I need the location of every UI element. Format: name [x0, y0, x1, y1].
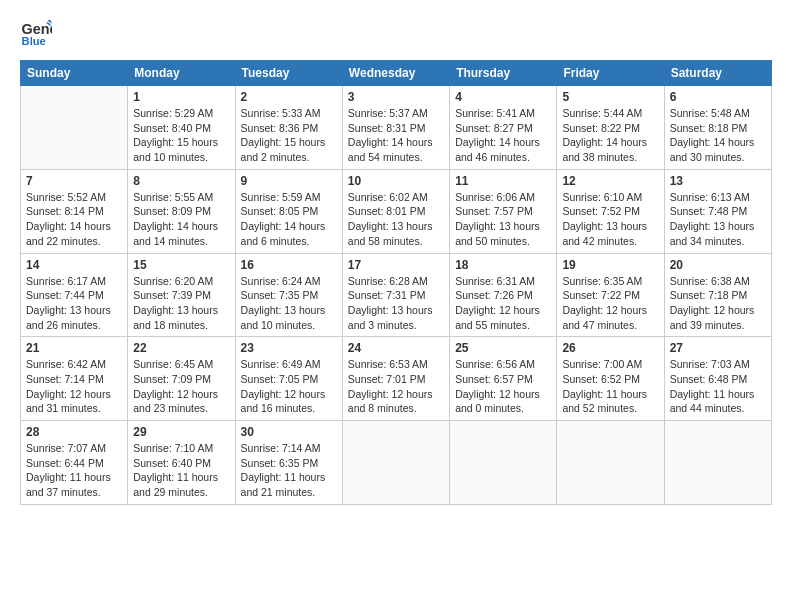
day-info: Sunrise: 5:29 AMSunset: 8:40 PMDaylight:… [133, 106, 229, 165]
calendar-cell: 5Sunrise: 5:44 AMSunset: 8:22 PMDaylight… [557, 86, 664, 170]
calendar-cell: 2Sunrise: 5:33 AMSunset: 8:36 PMDaylight… [235, 86, 342, 170]
header: General Blue [20, 16, 772, 48]
calendar-cell: 22Sunrise: 6:45 AMSunset: 7:09 PMDayligh… [128, 337, 235, 421]
calendar-cell: 27Sunrise: 7:03 AMSunset: 6:48 PMDayligh… [664, 337, 771, 421]
day-info: Sunrise: 5:41 AMSunset: 8:27 PMDaylight:… [455, 106, 551, 165]
day-info: Sunrise: 7:10 AMSunset: 6:40 PMDaylight:… [133, 441, 229, 500]
day-number: 8 [133, 174, 229, 188]
day-number: 5 [562, 90, 658, 104]
day-number: 3 [348, 90, 444, 104]
calendar-cell: 21Sunrise: 6:42 AMSunset: 7:14 PMDayligh… [21, 337, 128, 421]
day-number: 20 [670, 258, 766, 272]
day-number: 19 [562, 258, 658, 272]
calendar-cell: 8Sunrise: 5:55 AMSunset: 8:09 PMDaylight… [128, 169, 235, 253]
svg-text:Blue: Blue [22, 35, 46, 47]
day-number: 21 [26, 341, 122, 355]
day-info: Sunrise: 5:48 AMSunset: 8:18 PMDaylight:… [670, 106, 766, 165]
week-row-1: 7Sunrise: 5:52 AMSunset: 8:14 PMDaylight… [21, 169, 772, 253]
day-info: Sunrise: 6:42 AMSunset: 7:14 PMDaylight:… [26, 357, 122, 416]
calendar-cell: 9Sunrise: 5:59 AMSunset: 8:05 PMDaylight… [235, 169, 342, 253]
calendar-cell: 4Sunrise: 5:41 AMSunset: 8:27 PMDaylight… [450, 86, 557, 170]
weekday-header-tuesday: Tuesday [235, 61, 342, 86]
day-number: 24 [348, 341, 444, 355]
calendar-cell: 30Sunrise: 7:14 AMSunset: 6:35 PMDayligh… [235, 421, 342, 505]
calendar-cell: 15Sunrise: 6:20 AMSunset: 7:39 PMDayligh… [128, 253, 235, 337]
calendar-cell [557, 421, 664, 505]
day-number: 30 [241, 425, 337, 439]
day-number: 6 [670, 90, 766, 104]
day-number: 29 [133, 425, 229, 439]
day-info: Sunrise: 6:24 AMSunset: 7:35 PMDaylight:… [241, 274, 337, 333]
weekday-header-row: SundayMondayTuesdayWednesdayThursdayFrid… [21, 61, 772, 86]
day-number: 2 [241, 90, 337, 104]
calendar-cell: 26Sunrise: 7:00 AMSunset: 6:52 PMDayligh… [557, 337, 664, 421]
day-info: Sunrise: 6:20 AMSunset: 7:39 PMDaylight:… [133, 274, 229, 333]
calendar-cell: 3Sunrise: 5:37 AMSunset: 8:31 PMDaylight… [342, 86, 449, 170]
day-number: 13 [670, 174, 766, 188]
day-info: Sunrise: 5:33 AMSunset: 8:36 PMDaylight:… [241, 106, 337, 165]
day-info: Sunrise: 5:52 AMSunset: 8:14 PMDaylight:… [26, 190, 122, 249]
day-number: 26 [562, 341, 658, 355]
day-number: 9 [241, 174, 337, 188]
day-number: 23 [241, 341, 337, 355]
calendar-cell: 10Sunrise: 6:02 AMSunset: 8:01 PMDayligh… [342, 169, 449, 253]
day-info: Sunrise: 6:53 AMSunset: 7:01 PMDaylight:… [348, 357, 444, 416]
day-number: 22 [133, 341, 229, 355]
day-number: 16 [241, 258, 337, 272]
day-info: Sunrise: 6:38 AMSunset: 7:18 PMDaylight:… [670, 274, 766, 333]
day-number: 14 [26, 258, 122, 272]
calendar-cell: 18Sunrise: 6:31 AMSunset: 7:26 PMDayligh… [450, 253, 557, 337]
calendar-cell: 24Sunrise: 6:53 AMSunset: 7:01 PMDayligh… [342, 337, 449, 421]
day-info: Sunrise: 6:35 AMSunset: 7:22 PMDaylight:… [562, 274, 658, 333]
day-info: Sunrise: 6:49 AMSunset: 7:05 PMDaylight:… [241, 357, 337, 416]
week-row-2: 14Sunrise: 6:17 AMSunset: 7:44 PMDayligh… [21, 253, 772, 337]
day-info: Sunrise: 6:10 AMSunset: 7:52 PMDaylight:… [562, 190, 658, 249]
day-info: Sunrise: 6:02 AMSunset: 8:01 PMDaylight:… [348, 190, 444, 249]
calendar-cell: 29Sunrise: 7:10 AMSunset: 6:40 PMDayligh… [128, 421, 235, 505]
calendar-cell: 6Sunrise: 5:48 AMSunset: 8:18 PMDaylight… [664, 86, 771, 170]
weekday-header-wednesday: Wednesday [342, 61, 449, 86]
weekday-header-saturday: Saturday [664, 61, 771, 86]
calendar-cell: 14Sunrise: 6:17 AMSunset: 7:44 PMDayligh… [21, 253, 128, 337]
day-number: 10 [348, 174, 444, 188]
day-info: Sunrise: 6:56 AMSunset: 6:57 PMDaylight:… [455, 357, 551, 416]
weekday-header-monday: Monday [128, 61, 235, 86]
day-number: 27 [670, 341, 766, 355]
day-number: 18 [455, 258, 551, 272]
logo-icon: General Blue [20, 16, 52, 48]
day-info: Sunrise: 6:45 AMSunset: 7:09 PMDaylight:… [133, 357, 229, 416]
day-info: Sunrise: 7:03 AMSunset: 6:48 PMDaylight:… [670, 357, 766, 416]
day-info: Sunrise: 6:28 AMSunset: 7:31 PMDaylight:… [348, 274, 444, 333]
day-info: Sunrise: 6:31 AMSunset: 7:26 PMDaylight:… [455, 274, 551, 333]
day-number: 28 [26, 425, 122, 439]
calendar-cell: 20Sunrise: 6:38 AMSunset: 7:18 PMDayligh… [664, 253, 771, 337]
weekday-header-sunday: Sunday [21, 61, 128, 86]
weekday-header-friday: Friday [557, 61, 664, 86]
day-number: 12 [562, 174, 658, 188]
day-info: Sunrise: 5:59 AMSunset: 8:05 PMDaylight:… [241, 190, 337, 249]
calendar-cell: 12Sunrise: 6:10 AMSunset: 7:52 PMDayligh… [557, 169, 664, 253]
weekday-header-thursday: Thursday [450, 61, 557, 86]
day-info: Sunrise: 5:44 AMSunset: 8:22 PMDaylight:… [562, 106, 658, 165]
day-info: Sunrise: 5:37 AMSunset: 8:31 PMDaylight:… [348, 106, 444, 165]
day-number: 7 [26, 174, 122, 188]
day-info: Sunrise: 5:55 AMSunset: 8:09 PMDaylight:… [133, 190, 229, 249]
logo: General Blue [20, 16, 58, 48]
day-number: 25 [455, 341, 551, 355]
calendar-cell: 7Sunrise: 5:52 AMSunset: 8:14 PMDaylight… [21, 169, 128, 253]
day-info: Sunrise: 7:07 AMSunset: 6:44 PMDaylight:… [26, 441, 122, 500]
calendar-cell: 19Sunrise: 6:35 AMSunset: 7:22 PMDayligh… [557, 253, 664, 337]
calendar-table: SundayMondayTuesdayWednesdayThursdayFrid… [20, 60, 772, 505]
day-info: Sunrise: 6:06 AMSunset: 7:57 PMDaylight:… [455, 190, 551, 249]
calendar-cell [342, 421, 449, 505]
week-row-4: 28Sunrise: 7:07 AMSunset: 6:44 PMDayligh… [21, 421, 772, 505]
day-number: 15 [133, 258, 229, 272]
page: General Blue SundayMondayTuesdayWednesda… [0, 0, 792, 612]
day-info: Sunrise: 7:14 AMSunset: 6:35 PMDaylight:… [241, 441, 337, 500]
calendar-cell: 17Sunrise: 6:28 AMSunset: 7:31 PMDayligh… [342, 253, 449, 337]
day-number: 11 [455, 174, 551, 188]
calendar-cell: 13Sunrise: 6:13 AMSunset: 7:48 PMDayligh… [664, 169, 771, 253]
calendar-cell: 25Sunrise: 6:56 AMSunset: 6:57 PMDayligh… [450, 337, 557, 421]
day-number: 1 [133, 90, 229, 104]
calendar-cell: 28Sunrise: 7:07 AMSunset: 6:44 PMDayligh… [21, 421, 128, 505]
